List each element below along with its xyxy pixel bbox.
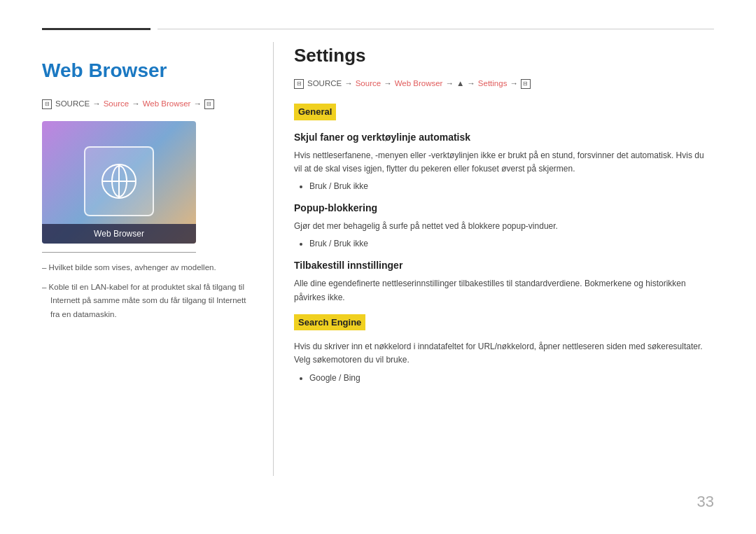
item-search: Hvis du skriver inn et nøkkelord i innda… — [294, 340, 714, 384]
arrow2-right: → — [384, 78, 392, 90]
page-title: Web Browser — [42, 56, 252, 85]
search-text: Hvis du skriver inn et nøkkelord i innda… — [294, 340, 714, 367]
globe-ellipse — [111, 165, 127, 197]
browser-link-left[interactable]: Web Browser — [143, 98, 191, 110]
source-icon-right: ⊟ — [294, 79, 304, 89]
breadcrumb-left: ⊟ SOURCE → Source → Web Browser → ⊟ — [42, 98, 252, 110]
source-icon-left: ⊟ — [42, 99, 52, 109]
search-engine-label: Search Engine — [294, 314, 365, 331]
end-icon-right: ⊟ — [521, 79, 531, 89]
browser-image: Web Browser — [42, 121, 196, 244]
skjul-text: Hvis nettleserfanene, -menyen eller -ver… — [294, 149, 714, 176]
arrow4-right: → — [467, 78, 475, 90]
browser-frame — [84, 146, 154, 216]
tilbakestill-heading: Tilbakestill innstillinger — [294, 258, 714, 273]
top-decoration — [42, 28, 714, 30]
browser-label: Web Browser — [42, 224, 196, 244]
popup-heading: Popup-blokkering — [294, 201, 714, 216]
popup-text: Gjør det mer behagelig å surfe på nettet… — [294, 220, 714, 233]
settings-title: Settings — [294, 42, 714, 69]
arrow1-right: → — [344, 78, 353, 90]
source-link-right[interactable]: Source — [356, 78, 381, 90]
source-text-left: SOURCE — [55, 98, 90, 110]
globe-icon — [102, 164, 136, 199]
left-column: Web Browser ⊟ SOURCE → Source → Web Brow… — [42, 42, 252, 327]
item-skjul: Skjul faner og verktøylinje automatisk H… — [294, 130, 714, 192]
page-number: 33 — [697, 490, 714, 513]
item-tilbakestill: Tilbakestill innstillinger Alle dine ege… — [294, 258, 714, 304]
arrow5-right: → — [510, 78, 518, 90]
skjul-bullet: Bruk / Bruk ikke — [309, 180, 714, 192]
end-icon-left: ⊟ — [204, 99, 214, 109]
up-arrow-right: ▲ — [456, 78, 464, 90]
note-2: – Koble til en LAN-kabel for at produkte… — [42, 281, 252, 322]
notes-section: – Hvilket bilde som vises, avhenger av m… — [42, 261, 252, 321]
search-bullet: Google / Bing — [309, 372, 714, 384]
arrow2-left: → — [132, 98, 140, 110]
settings-link-right[interactable]: Settings — [478, 78, 507, 90]
skjul-heading: Skjul faner og verktøylinje automatisk — [294, 130, 714, 145]
source-link-left[interactable]: Source — [104, 98, 129, 110]
top-line-dark — [42, 28, 150, 30]
general-label: General — [294, 104, 336, 120]
browser-link-right[interactable]: Web Browser — [395, 78, 443, 90]
vertical-divider — [273, 42, 274, 476]
popup-bullet: Bruk / Bruk ikke — [309, 237, 714, 250]
item-popup: Popup-blokkering Gjør det mer behagelig … — [294, 201, 714, 250]
source-text-right: SOURCE — [307, 78, 342, 90]
arrow3-right: → — [445, 78, 454, 90]
tilbakestill-text: Alle dine egendefinerte nettleserinnstil… — [294, 277, 714, 304]
image-divider — [42, 252, 196, 253]
arrow1-left: → — [92, 98, 101, 110]
section-search-engine: Search Engine Hvis du skriver inn et nøk… — [294, 311, 714, 384]
right-column: Settings ⊟ SOURCE → Source → Web Browser… — [294, 42, 714, 393]
page: Web Browser ⊟ SOURCE → Source → Web Brow… — [0, 0, 756, 534]
breadcrumb-right: ⊟ SOURCE → Source → Web Browser → ▲ → Se… — [294, 78, 714, 90]
section-general: General Skjul faner og verktøylinje auto… — [294, 101, 714, 304]
note-1: – Hvilket bilde som vises, avhenger av m… — [42, 261, 252, 275]
arrow3-left: → — [193, 98, 202, 110]
top-line-light — [158, 29, 714, 29]
